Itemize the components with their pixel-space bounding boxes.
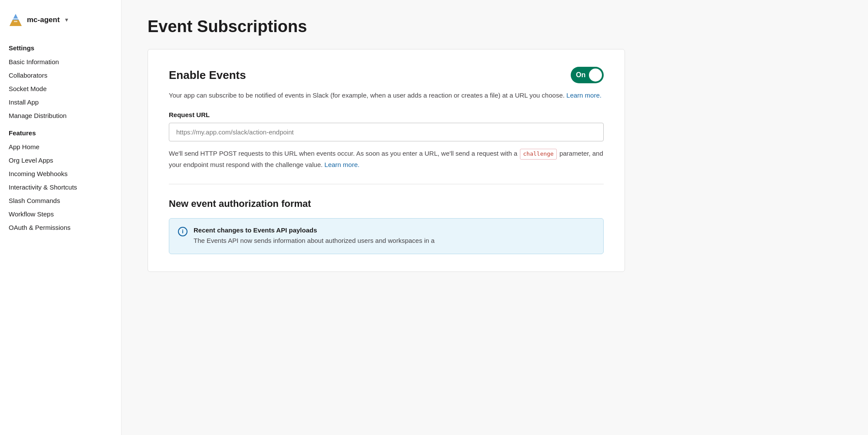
new-event-format-title: New event authorization format: [169, 198, 604, 209]
enable-events-header: Enable Events On: [169, 67, 604, 83]
info-box: i Recent changes to Events API payloads …: [169, 218, 604, 254]
info-box-title: Recent changes to Events API payloads: [194, 226, 434, 234]
sidebar-item-incoming-webhooks[interactable]: Incoming Webhooks: [0, 167, 121, 180]
info-box-description: The Events API now sends information abo…: [194, 235, 434, 246]
toggle-knob: [589, 69, 602, 82]
toggle-label: On: [576, 71, 585, 79]
sidebar-item-socket-mode[interactable]: Socket Mode: [0, 82, 121, 95]
request-url-help: We'll send HTTP POST requests to this UR…: [169, 148, 604, 170]
content-card: Enable Events On Your app can subscribe …: [148, 49, 625, 272]
settings-section-label: Settings: [0, 37, 121, 55]
sidebar-item-interactivity-shortcuts[interactable]: Interactivity & Shortcuts: [0, 180, 121, 194]
enable-events-toggle[interactable]: On: [571, 67, 604, 83]
svg-rect-3: [14, 21, 17, 22]
app-icon: [9, 13, 23, 27]
toggle-container: On: [571, 67, 604, 83]
request-url-label: Request URL: [169, 111, 604, 118]
sidebar-item-org-level-apps[interactable]: Org Level Apps: [0, 154, 121, 167]
sidebar-item-workflow-steps[interactable]: Workflow Steps: [0, 207, 121, 221]
sidebar-item-app-home[interactable]: App Home: [0, 140, 121, 154]
enable-events-description: Your app can subscribe to be notified of…: [169, 90, 604, 101]
section-divider: [169, 184, 604, 184]
enable-events-learn-more-link[interactable]: Learn more.: [566, 92, 602, 99]
dropdown-icon: ▼: [64, 17, 69, 23]
features-section-label: Features: [0, 122, 121, 140]
request-url-learn-more-link[interactable]: Learn more.: [325, 161, 360, 168]
sidebar-item-manage-distribution[interactable]: Manage Distribution: [0, 109, 121, 122]
enable-events-title: Enable Events: [169, 69, 246, 82]
app-selector[interactable]: mc-agent ▼: [0, 9, 121, 37]
sidebar-item-basic-information[interactable]: Basic Information: [0, 55, 121, 69]
challenge-badge: challenge: [520, 149, 556, 160]
sidebar-item-oauth-permissions[interactable]: OAuth & Permissions: [0, 221, 121, 234]
info-icon: i: [178, 227, 187, 236]
page-title: Event Subscriptions: [148, 17, 842, 36]
app-name: mc-agent: [27, 16, 60, 24]
info-box-content: Recent changes to Events API payloads Th…: [194, 226, 434, 246]
svg-rect-2: [13, 18, 18, 20]
main-content: Event Subscriptions Enable Events On You…: [122, 0, 868, 435]
sidebar: mc-agent ▼ Settings Basic Information Co…: [0, 0, 122, 435]
sidebar-item-collaborators[interactable]: Collaborators: [0, 69, 121, 82]
request-url-input[interactable]: [169, 123, 604, 141]
sidebar-item-slash-commands[interactable]: Slash Commands: [0, 194, 121, 207]
sidebar-item-install-app[interactable]: Install App: [0, 95, 121, 109]
